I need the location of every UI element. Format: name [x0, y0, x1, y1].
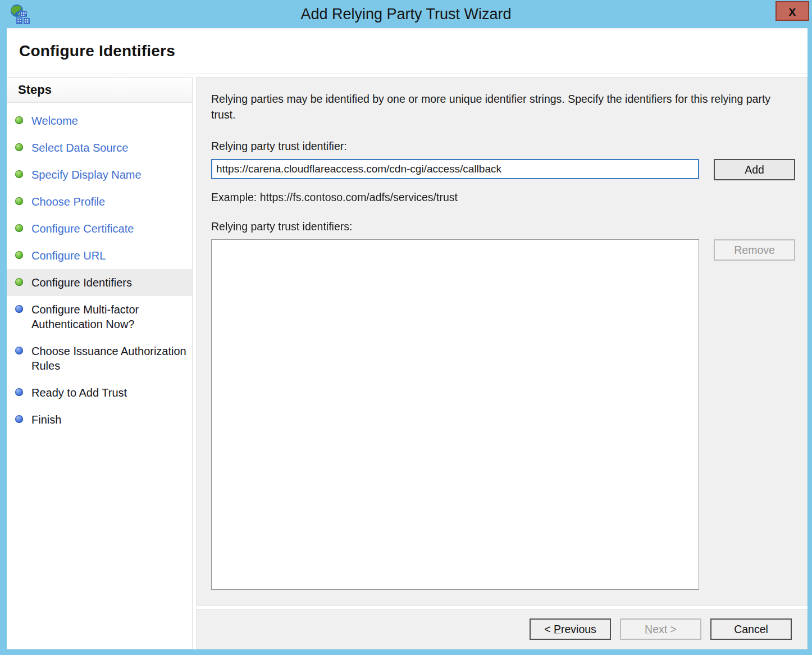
step-label: Select Data Source [31, 140, 128, 155]
step-pending-bullet-icon [15, 415, 23, 423]
main-column: Relying parties may be identified by one… [196, 77, 808, 649]
page-title: Configure Identifiers [19, 42, 175, 60]
steps-header: Steps [7, 78, 192, 103]
relying-party-trust-identifier-input[interactable] [211, 159, 699, 179]
step-label: Configure Multi-factor Authentication No… [31, 302, 186, 331]
step-pending-bullet-icon [15, 347, 23, 354]
step-label: Finish [31, 412, 61, 427]
step-completed-bullet-icon [15, 143, 23, 151]
remove-button[interactable]: Remove [714, 239, 795, 261]
step-label: Choose Profile [31, 194, 105, 209]
step-completed-bullet-icon [15, 251, 23, 259]
next-button[interactable]: Next > [620, 618, 701, 640]
window-title: Add Relying Party Trust Wizard [300, 6, 511, 23]
identifiers-listbox[interactable] [211, 239, 699, 590]
step-label: Specify Display Name [31, 167, 142, 182]
identifier-field-label: Relying party trust identifier: [211, 140, 795, 153]
step-completed-bullet-icon [15, 224, 23, 232]
steps-title: Steps [18, 83, 52, 97]
step-item-specify-display-name[interactable]: Specify Display Name [7, 161, 192, 188]
heading-band: Configure Identifiers [7, 28, 808, 74]
step-label: Choose Issuance Authorization Rules [31, 344, 186, 373]
page-description: Relying parties may be identified by one… [211, 92, 790, 122]
step-pending-bullet-icon [15, 388, 23, 396]
identifiers-list-label: Relying party trust identifiers: [211, 220, 795, 233]
step-item-select-data-source[interactable]: Select Data Source [7, 134, 192, 161]
identifier-input-row: Add [211, 159, 795, 180]
step-item-configure-multi-factor-authentication-now[interactable]: Configure Multi-factor Authentication No… [7, 296, 192, 338]
step-completed-bullet-icon [15, 197, 23, 205]
step-label: Configure URL [31, 248, 106, 263]
step-item-choose-profile[interactable]: Choose Profile [7, 188, 192, 215]
step-item-welcome[interactable]: Welcome [7, 107, 192, 134]
title-bar: Add Relying Party Trust Wizard x [0, 0, 812, 28]
step-label: Configure Certificate [31, 221, 134, 236]
step-item-finish[interactable]: Finish [7, 406, 192, 433]
add-button[interactable]: Add [714, 159, 795, 180]
step-completed-bullet-icon [15, 116, 23, 124]
step-completed-bullet-icon [15, 278, 23, 286]
step-item-ready-to-add-trust[interactable]: Ready to Add Trust [7, 379, 192, 406]
dialog-frame: Configure Identifiers Steps WelcomeSelec… [7, 28, 808, 649]
step-item-configure-identifiers[interactable]: Configure Identifiers [7, 269, 192, 296]
step-label: Configure Identifiers [31, 275, 132, 290]
content-panel: Relying parties may be identified by one… [196, 77, 808, 606]
step-item-configure-url[interactable]: Configure URL [7, 242, 192, 269]
cancel-button[interactable]: Cancel [710, 618, 792, 640]
footer-button-bar: < Previous Next > Cancel [196, 609, 808, 649]
steps-list: WelcomeSelect Data SourceSpecify Display… [7, 103, 192, 433]
step-completed-bullet-icon [15, 170, 23, 178]
wizard-window: Add Relying Party Trust Wizard x Configu… [0, 0, 812, 655]
step-item-configure-certificate[interactable]: Configure Certificate [7, 215, 192, 242]
steps-sidebar: Steps WelcomeSelect Data SourceSpecify D… [7, 77, 193, 649]
step-label: Ready to Add Trust [31, 385, 127, 400]
previous-button[interactable]: < Previous [530, 618, 611, 640]
step-pending-bullet-icon [15, 305, 23, 313]
step-label: Welcome [31, 113, 78, 128]
adfs-app-icon [8, 3, 31, 26]
example-text: Example: https://fs.contoso.com/adfs/ser… [211, 191, 795, 204]
body-row: Steps WelcomeSelect Data SourceSpecify D… [7, 74, 808, 649]
step-item-choose-issuance-authorization-rules[interactable]: Choose Issuance Authorization Rules [7, 338, 192, 379]
identifiers-list-row: Remove [211, 239, 795, 590]
close-button[interactable]: x [775, 1, 809, 21]
